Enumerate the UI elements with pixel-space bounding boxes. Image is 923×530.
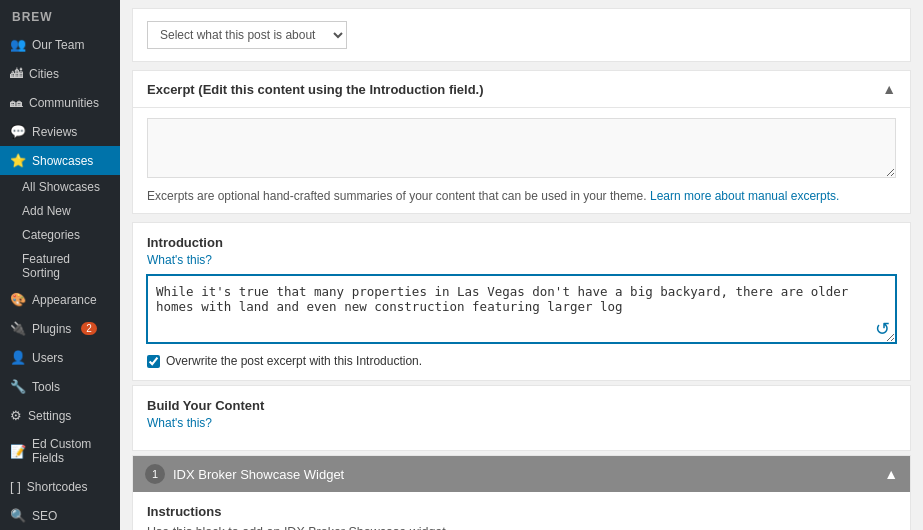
- sidebar-label-shortcodes: Shortcodes: [27, 480, 88, 494]
- sidebar-item-settings[interactable]: ⚙ Settings: [0, 401, 120, 430]
- build-content-whats-this-link[interactable]: What's this?: [147, 416, 212, 430]
- post-about-row: Select what this post is about: [132, 8, 911, 62]
- excerpt-header: Excerpt (Edit this content using the Int…: [133, 71, 910, 108]
- post-about-select[interactable]: Select what this post is about: [147, 21, 347, 49]
- widget-block: 1 IDX Broker Showcase Widget ▲ Instructi…: [132, 455, 911, 530]
- brand-logo: BREW: [0, 0, 120, 30]
- sidebar-item-tools[interactable]: 🔧 Tools: [0, 372, 120, 401]
- shortcodes-icon: [ ]: [10, 479, 21, 494]
- sidebar-label-plugins: Plugins: [32, 322, 71, 336]
- sidebar-subitem-featured-sorting[interactable]: Featured Sorting: [0, 247, 120, 285]
- custom-fields-icon: 📝: [10, 444, 26, 459]
- refresh-icon[interactable]: ↺: [875, 318, 890, 340]
- sidebar-label-settings: Settings: [28, 409, 71, 423]
- sidebar-sublabel-all-showcases: All Showcases: [22, 180, 100, 194]
- excerpt-learn-more-link[interactable]: Learn more about manual excerpts.: [650, 189, 839, 203]
- sidebar: BREW 👥 Our Team 🏙 Cities 🏘 Communities 💬…: [0, 0, 120, 530]
- sidebar-label-appearance: Appearance: [32, 293, 97, 307]
- sidebar-sublabel-categories: Categories: [22, 228, 80, 242]
- communities-icon: 🏘: [10, 95, 23, 110]
- sidebar-subitem-categories[interactable]: Categories: [0, 223, 120, 247]
- seo-icon: 🔍: [10, 508, 26, 523]
- sidebar-subitem-all-showcases[interactable]: All Showcases: [0, 175, 120, 199]
- sidebar-item-appearance[interactable]: 🎨 Appearance: [0, 285, 120, 314]
- widget-block-body: Instructions Use this block to add an ID…: [133, 492, 910, 530]
- plugins-icon: 🔌: [10, 321, 26, 336]
- sidebar-item-seo[interactable]: 🔍 SEO: [0, 501, 120, 530]
- widget-block-number: 1: [145, 464, 165, 484]
- settings-icon: ⚙: [10, 408, 22, 423]
- excerpt-title: Excerpt (Edit this content using the Int…: [147, 82, 484, 97]
- sidebar-subitem-add-new[interactable]: Add New: [0, 199, 120, 223]
- tools-icon: 🔧: [10, 379, 26, 394]
- sidebar-label-custom-fields: Ed Custom Fields: [32, 437, 110, 465]
- overwrite-row: Overwrite the post excerpt with this Int…: [147, 354, 896, 368]
- introduction-textarea-wrapper: While it's true that many properties in …: [147, 275, 896, 346]
- introduction-whats-this-link[interactable]: What's this?: [147, 253, 212, 267]
- sidebar-label-tools: Tools: [32, 380, 60, 394]
- sidebar-item-plugins[interactable]: 🔌 Plugins 2: [0, 314, 120, 343]
- sidebar-item-showcases[interactable]: ⭐ Showcases: [0, 146, 120, 175]
- excerpt-textarea[interactable]: [147, 118, 896, 178]
- sidebar-item-our-team[interactable]: 👥 Our Team: [0, 30, 120, 59]
- introduction-title: Introduction: [147, 235, 896, 250]
- sidebar-label-our-team: Our Team: [32, 38, 84, 52]
- sidebar-item-shortcodes[interactable]: [ ] Shortcodes: [0, 472, 120, 501]
- widget-block-toggle-button[interactable]: ▲: [884, 466, 898, 482]
- showcases-icon: ⭐: [10, 153, 26, 168]
- sidebar-item-communities[interactable]: 🏘 Communities: [0, 88, 120, 117]
- sidebar-sublabel-add-new: Add New: [22, 204, 71, 218]
- sidebar-sublabel-featured-sorting: Featured Sorting: [22, 252, 110, 280]
- widget-instructions-text: Use this block to add an IDX Broker Show…: [147, 525, 896, 530]
- users-icon: 👤: [10, 350, 26, 365]
- excerpt-body: Excerpts are optional hand-crafted summa…: [133, 108, 910, 213]
- main-content: Select what this post is about Excerpt (…: [120, 0, 923, 530]
- sidebar-label-showcases: Showcases: [32, 154, 93, 168]
- sidebar-item-reviews[interactable]: 💬 Reviews: [0, 117, 120, 146]
- sidebar-label-seo: SEO: [32, 509, 57, 523]
- introduction-textarea[interactable]: While it's true that many properties in …: [147, 275, 896, 343]
- appearance-icon: 🎨: [10, 292, 26, 307]
- sidebar-label-users: Users: [32, 351, 63, 365]
- widget-block-header-left: 1 IDX Broker Showcase Widget: [145, 464, 344, 484]
- overwrite-label: Overwrite the post excerpt with this Int…: [166, 354, 422, 368]
- sidebar-label-reviews: Reviews: [32, 125, 77, 139]
- cities-icon: 🏙: [10, 66, 23, 81]
- sidebar-item-custom-fields[interactable]: 📝 Ed Custom Fields: [0, 430, 120, 472]
- widget-instructions-title: Instructions: [147, 504, 896, 519]
- widget-block-title: IDX Broker Showcase Widget: [173, 467, 344, 482]
- reviews-icon: 💬: [10, 124, 26, 139]
- our-team-icon: 👥: [10, 37, 26, 52]
- sidebar-item-cities[interactable]: 🏙 Cities: [0, 59, 120, 88]
- introduction-section: Introduction What's this? While it's tru…: [132, 222, 911, 381]
- widget-block-header: 1 IDX Broker Showcase Widget ▲: [133, 456, 910, 492]
- sidebar-label-cities: Cities: [29, 67, 59, 81]
- sidebar-item-users[interactable]: 👤 Users: [0, 343, 120, 372]
- build-content-title: Build Your Content: [147, 398, 896, 413]
- excerpt-note: Excerpts are optional hand-crafted summa…: [147, 189, 896, 203]
- excerpt-panel: Excerpt (Edit this content using the Int…: [132, 70, 911, 214]
- overwrite-checkbox[interactable]: [147, 355, 160, 368]
- sidebar-label-communities: Communities: [29, 96, 99, 110]
- plugins-badge: 2: [81, 322, 97, 335]
- excerpt-toggle-button[interactable]: ▲: [882, 81, 896, 97]
- build-content-section: Build Your Content What's this?: [132, 385, 911, 451]
